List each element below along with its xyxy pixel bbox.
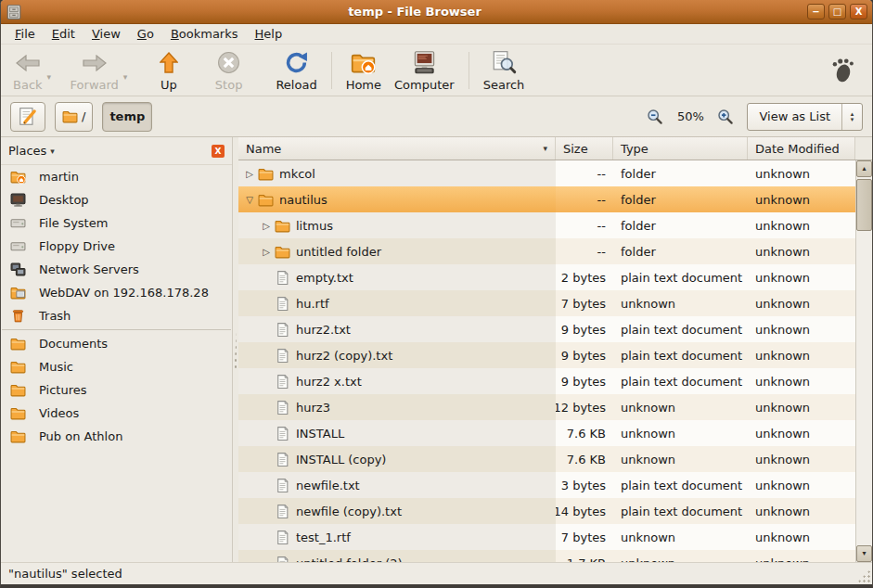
text-file-icon <box>275 322 290 338</box>
file-name: newfile (copy).txt <box>296 505 402 518</box>
scroll-up-icon[interactable]: ▴ <box>856 160 872 177</box>
table-row[interactable]: mkcol -- folder unknown <box>238 160 855 186</box>
sidebar-item-documents[interactable]: Documents <box>1 332 232 355</box>
reload-button[interactable]: Reload <box>269 47 323 94</box>
sidebar-item-pub-on-athlon[interactable]: Pub on Athlon <box>1 425 232 448</box>
menu-bookmarks[interactable]: Bookmarks <box>162 25 247 43</box>
home-button[interactable]: Home <box>340 47 388 94</box>
file-name: test_1.rtf <box>296 530 351 544</box>
path-root-button[interactable]: / <box>55 102 93 132</box>
sidebar-item-music[interactable]: Music <box>1 355 232 378</box>
resize-grip[interactable] <box>857 569 870 582</box>
zoom-out-icon[interactable] <box>647 109 663 125</box>
minimize-button[interactable]: − <box>807 4 825 19</box>
toolbar-separator <box>469 52 469 89</box>
table-row[interactable]: hu.rtf 7 bytes unknown unknown <box>238 290 855 316</box>
scrollbar-trough[interactable] <box>856 231 872 545</box>
spinner-arrows-icon[interactable]: ▴▾ <box>841 104 862 130</box>
text-file-icon <box>275 530 290 545</box>
zoom-in-icon[interactable] <box>717 109 734 125</box>
titlebar[interactable]: temp - File Browser − □ X <box>1 0 872 24</box>
sidebar-item-pictures[interactable]: Pictures <box>1 378 232 402</box>
table-row[interactable]: empty.txt 2 bytes plain text document un… <box>238 264 855 290</box>
file-size: 7.6 KB <box>556 420 613 446</box>
menu-go[interactable]: Go <box>129 25 162 43</box>
forward-history-dropdown-icon[interactable]: ▾ <box>123 72 136 82</box>
stop-icon <box>217 49 240 77</box>
table-row[interactable]: hurz2.txt 9 bytes plain text document un… <box>238 316 855 342</box>
list-header: Name ▾ Size Type Date Modified <box>238 137 872 160</box>
sidebar-item-martin[interactable]: martin <box>1 165 232 188</box>
back-icon <box>16 49 40 77</box>
table-row[interactable]: test_1.rtf 7 bytes unknown unknown <box>238 524 855 550</box>
table-row[interactable]: newfile.txt 3 bytes plain text document … <box>238 472 855 498</box>
file-type: unknown <box>613 420 748 446</box>
table-row[interactable]: hurz2 x.txt 9 bytes plain text document … <box>238 368 855 394</box>
file-type: unknown <box>613 550 748 562</box>
file-type: folder <box>613 212 748 238</box>
file-size: -- <box>556 186 613 212</box>
computer-button[interactable]: Computer <box>388 47 461 94</box>
table-row-selected[interactable]: nautilus -- folder unknown <box>238 186 855 212</box>
table-row[interactable]: INSTALL (copy) 7.6 KB unknown unknown <box>238 446 855 472</box>
maximize-button[interactable]: □ <box>828 4 846 19</box>
expander-icon[interactable] <box>243 169 256 179</box>
sidebar-item-desktop[interactable]: Desktop <box>1 188 232 211</box>
forward-button[interactable]: Forward <box>64 47 125 94</box>
path-current-button[interactable]: temp <box>102 102 152 132</box>
table-row[interactable]: hurz2 (copy).txt 9 bytes plain text docu… <box>238 342 855 368</box>
chevron-down-icon[interactable]: ▾ <box>50 147 55 156</box>
sidebar-item-videos[interactable]: Videos <box>1 402 232 425</box>
file-modified: unknown <box>748 160 855 186</box>
table-row[interactable]: INSTALL 7.6 KB unknown unknown <box>238 420 855 446</box>
back-history-dropdown-icon[interactable]: ▾ <box>47 72 60 82</box>
text-file-icon <box>275 374 290 390</box>
sidebar-item-webdav[interactable]: WebDAV on 192.168.178.28 <box>1 281 232 304</box>
file-modified: unknown <box>748 394 855 420</box>
up-button[interactable]: Up <box>153 47 185 94</box>
table-row[interactable]: untitled folder -- folder unknown <box>238 238 855 264</box>
close-button[interactable]: X <box>850 4 867 19</box>
trash-icon <box>10 308 26 324</box>
table-row[interactable]: hurz3 12 bytes unknown unknown <box>238 394 855 420</box>
column-header-type[interactable]: Type <box>613 137 748 160</box>
column-header-size[interactable]: Size <box>556 137 613 160</box>
menu-edit[interactable]: Edit <box>44 25 83 43</box>
folder-icon <box>258 166 274 182</box>
file-modified: unknown <box>748 186 855 212</box>
menu-help[interactable]: Help <box>247 25 291 43</box>
table-row[interactable]: untitled folder (2) 1.7 KB unknown unkno… <box>238 550 855 562</box>
expander-icon[interactable] <box>260 221 273 231</box>
grip-dots-icon <box>234 318 238 372</box>
sidebar-item-file-system[interactable]: File System <box>1 211 232 235</box>
table-row[interactable]: newfile (copy).txt 14 bytes plain text d… <box>238 498 855 524</box>
expander-icon[interactable] <box>260 247 273 257</box>
sidebar-item-trash[interactable]: Trash <box>1 304 232 327</box>
network-icon <box>10 262 26 277</box>
vertical-scrollbar[interactable]: ▴ ▾ <box>855 160 872 562</box>
column-header-date-modified[interactable]: Date Modified <box>748 137 855 160</box>
file-modified: unknown <box>748 264 855 290</box>
file-type: plain text document <box>613 264 748 290</box>
sidebar-item-network-servers[interactable]: Network Servers <box>1 258 232 281</box>
sidebar-close-icon[interactable]: X <box>212 145 225 158</box>
menu-file[interactable]: File <box>6 25 44 43</box>
scrollbar-thumb[interactable] <box>856 179 872 231</box>
file-size: 9 bytes <box>556 368 613 394</box>
file-name: hurz3 <box>296 401 330 415</box>
file-name: hurz2 (copy).txt <box>296 349 392 363</box>
view-mode-select[interactable]: View as List ▴▾ <box>747 103 863 131</box>
expander-icon[interactable] <box>243 195 256 205</box>
toolbar-separator <box>331 52 332 89</box>
table-row[interactable]: litmus -- folder unknown <box>238 212 855 238</box>
file-size: 14 bytes <box>556 498 613 524</box>
sidebar-item-floppy-drive[interactable]: Floppy Drive <box>1 235 232 258</box>
stop-button[interactable]: Stop <box>209 47 250 94</box>
column-header-name[interactable]: Name ▾ <box>238 137 556 160</box>
edit-location-button[interactable] <box>10 102 45 132</box>
scroll-down-icon[interactable]: ▾ <box>856 545 872 562</box>
sidebar-title[interactable]: Places <box>8 144 50 158</box>
back-button[interactable]: Back <box>6 47 49 94</box>
menu-view[interactable]: View <box>83 25 129 43</box>
search-button[interactable]: Search <box>477 47 532 94</box>
